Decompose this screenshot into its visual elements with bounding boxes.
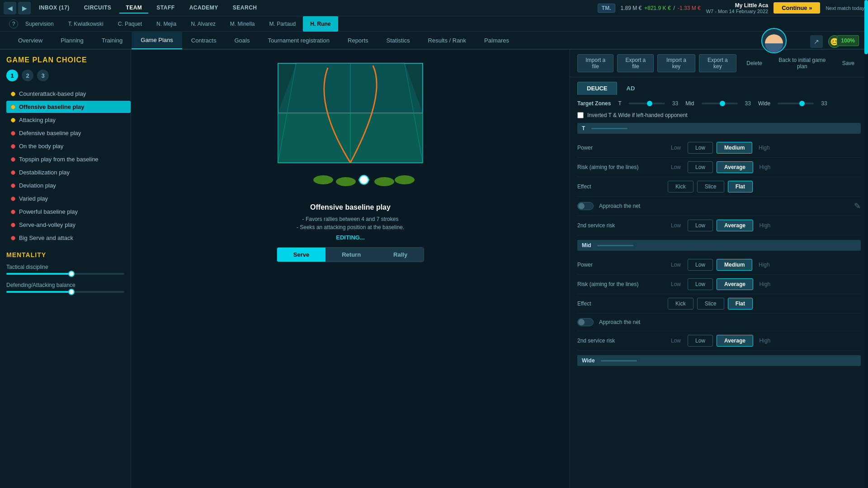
plan-1[interactable]: 1 [6,70,18,81]
tab-contracts[interactable]: Contracts [182,31,226,49]
def-att-label: Defending/Attacking balance [6,282,124,288]
import-key-btn[interactable]: Import a key [657,54,695,72]
sub-nav-t-kwiatkowski[interactable]: T. Kwiatkowski [61,16,111,32]
sub-nav-supervision[interactable]: Supervision [18,16,61,32]
def-att-slider[interactable] [6,291,124,293]
tz-mid-value: 33 [745,100,751,107]
mid-2nd-low-btn[interactable]: Low [688,335,713,347]
help-icon[interactable]: ? [9,19,18,28]
tab-goals[interactable]: Goals [225,31,259,49]
import-file-btn[interactable]: Import a file [577,54,613,72]
tab-overview[interactable]: Overview [9,31,52,49]
sub-nav-h-rune[interactable]: H. Rune [303,16,338,32]
right-panel: Import a file Export a file Import a key… [570,50,868,488]
right-toolbar: Import a file Export a file Import a key… [570,50,868,77]
forward-button[interactable]: ▶ [18,2,31,14]
play-defensive-baseline[interactable]: Defensive baseline play [6,127,131,139]
mid-effect-kick-btn[interactable]: Kick [668,298,693,310]
tab-training[interactable]: Training [93,31,132,49]
mid-effect-flat-btn[interactable]: Flat [728,298,753,310]
t-approach-toggle[interactable] [577,202,594,210]
back-to-initial-btn[interactable]: Back to initial game plan [772,55,832,72]
mid-risk-low-btn[interactable]: Low [688,278,713,290]
play-offensive-baseline[interactable]: Offensive baseline play [6,101,131,113]
save-btn[interactable]: Save [836,58,861,69]
sub-nav-m-partaud[interactable]: M. Partaud [262,16,303,32]
tactical-discipline-slider[interactable] [6,273,124,275]
tab-statistics[interactable]: Statistics [377,31,419,49]
t-risk-avg-btn[interactable]: Average [717,161,753,173]
t-2nd-avg-btn[interactable]: Average [717,220,753,231]
tab-tournament-reg[interactable]: Tournament registration [259,31,339,49]
tz-mid-slider[interactable] [702,103,738,104]
dot-red-9 [11,236,15,240]
t-power-low-btn[interactable]: Low [688,142,713,154]
nav-tab-search[interactable]: SEARCH [226,3,264,14]
serve-tab-serve[interactable]: Serve [277,248,326,262]
tab-ad[interactable]: AD [617,82,645,95]
sub-nav-n-mejia[interactable]: N. Mejia [149,16,184,32]
t-risk-row: Risk (aiming for the lines) Low Low Aver… [577,158,861,177]
sub-nav-c-paquet[interactable]: C. Paquet [111,16,149,32]
plan-3[interactable]: 3 [37,70,49,81]
nav-tab-circuits[interactable]: CIRCUITS [78,3,118,14]
dot-red-5 [11,183,15,188]
tz-wide-slider[interactable] [778,103,814,104]
wide-zone-section: Wide [577,355,861,366]
export-key-btn[interactable]: Export a key [699,54,737,72]
delete-btn[interactable]: Delete [740,58,769,69]
mid-effect-slice-btn[interactable]: Slice [697,298,724,310]
tab-planning[interactable]: Planning [52,31,93,49]
t-effect-flat-btn[interactable]: Flat [728,181,753,192]
tab-palmares[interactable]: Palmares [475,31,518,49]
tz-t-slider[interactable] [629,103,665,104]
nav-tab-inbox[interactable]: INBOX (17) [33,3,76,14]
scrollbar[interactable] [864,0,868,488]
sub-nav-n-alvarez[interactable]: N. Alvarez [184,16,223,32]
play-destabilization[interactable]: Destabilization play [6,166,131,178]
t-effect-kick-btn[interactable]: Kick [668,181,693,192]
t-risk-low-btn[interactable]: Low [688,161,713,173]
t-zone-header: T [577,123,861,134]
dot-red-4 [11,170,15,175]
play-varied[interactable]: Varied play [6,192,131,205]
t-effect-slice-btn[interactable]: Slice [697,181,724,192]
t-power-medium-btn[interactable]: Medium [717,142,752,154]
back-button[interactable]: ◀ [4,2,16,14]
mid-risk-avg-btn[interactable]: Average [717,278,753,290]
nav-tab-team[interactable]: TEAM [119,3,148,14]
dot-red-3 [11,157,15,162]
nav-tab-academy[interactable]: ACADEMY [183,3,225,14]
nav-tab-staff[interactable]: STAFF [150,3,181,14]
t-2nd-low-btn[interactable]: Low [688,220,713,231]
mid-power-medium-btn[interactable]: Medium [717,259,752,271]
play-powerful-baseline[interactable]: Powerful baseline play [6,206,131,218]
serve-tab-rally[interactable]: Rally [377,248,424,262]
t-approach-knob [578,203,585,209]
tab-deuce[interactable]: DEUCE [577,82,617,95]
play-big-serve[interactable]: Big Serve and attack [6,232,131,244]
tab-game-plans[interactable]: Game Plans [132,31,182,49]
sub-nav-m-minella[interactable]: M. Minella [223,16,262,32]
play-attacking[interactable]: Attacking play [6,114,131,126]
play-serve-volley[interactable]: Serve-and-volley play [6,219,131,231]
export-file-btn[interactable]: Export a file [617,54,654,72]
mid-approach-toggle[interactable] [577,318,594,326]
serve-tab-return[interactable]: Return [326,248,377,262]
inverted-checkbox[interactable] [577,112,584,118]
play-topspin[interactable]: Topspin play from the baseline [6,153,131,165]
play-counterattack[interactable]: Counterattack-based play [6,88,131,100]
mid-risk-high: High [757,281,773,287]
plan-2[interactable]: 2 [22,70,33,81]
play-label-destab: Destabilization play [19,169,70,176]
continue-button[interactable]: Continue » [774,2,820,14]
play-deviation[interactable]: Deviation play [6,179,131,192]
mid-2nd-avg-btn[interactable]: Average [717,335,753,347]
play-on-the-body[interactable]: On the body play [6,140,131,152]
play-label-offensive: Offensive baseline play [19,103,85,110]
tz-mid-name: Mid [685,100,694,107]
tab-results-rank[interactable]: Results / Rank [419,31,476,49]
mid-power-low-btn[interactable]: Low [688,259,713,271]
tab-reports[interactable]: Reports [339,31,377,49]
player-avatar [761,28,787,53]
